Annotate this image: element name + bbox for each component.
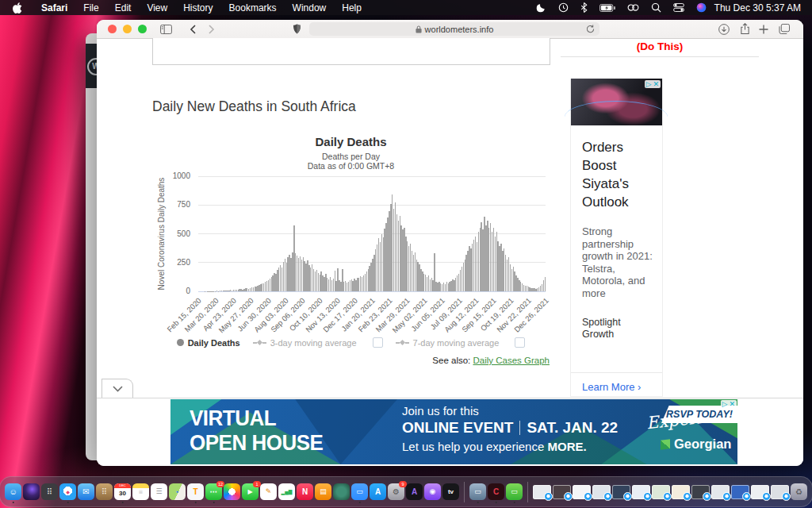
- new-tab-icon[interactable]: [754, 21, 773, 37]
- minimized-safari-window[interactable]: [691, 485, 710, 499]
- dock-icon-pages[interactable]: ✎: [260, 483, 277, 500]
- minimized-safari-window[interactable]: [573, 485, 591, 499]
- collapse-banner-button[interactable]: [102, 379, 133, 398]
- forward-button[interactable]: [202, 21, 221, 37]
- safari-badge-icon: [623, 492, 632, 501]
- menu-item-bookmarks[interactable]: Bookmarks: [221, 2, 285, 13]
- minimized-safari-window[interactable]: [751, 485, 769, 499]
- menu-item-help[interactable]: Help: [334, 2, 370, 13]
- moon-icon[interactable]: [536, 2, 546, 13]
- back-button[interactable]: [183, 21, 202, 37]
- reload-icon[interactable]: [586, 25, 595, 35]
- sidebar-ad-image[interactable]: ▷ ✕: [571, 79, 662, 125]
- dock-icon-news[interactable]: N: [297, 483, 313, 500]
- minimized-safari-window[interactable]: [632, 485, 650, 499]
- apple-menu-icon[interactable]: [13, 2, 22, 13]
- legend-checkbox[interactable]: [373, 337, 383, 348]
- calendar-glyph: 30: [119, 491, 126, 497]
- minimized-safari-window[interactable]: [553, 485, 571, 499]
- banner-ad[interactable]: VIRTUAL OPEN HOUSE Join us for this ONLI…: [170, 399, 737, 464]
- dock-icon-apple-tv[interactable]: tv: [442, 483, 459, 500]
- sidebar-icon[interactable]: [156, 21, 175, 37]
- dock-icon-teal-circle-app[interactable]: [333, 483, 350, 500]
- ad-close-icon[interactable]: ✕: [653, 80, 659, 88]
- dock-icon-podcasts[interactable]: ◉: [424, 483, 441, 500]
- dock: ☺⠿◆✉⠿DEC30≣☰●T⋯12▶1✎▂▅▇N▤▭A⚙9A◉tv▭C▭♻: [0, 476, 812, 507]
- zoom-glyph: ▭: [356, 488, 363, 495]
- menu-item-history[interactable]: History: [175, 2, 220, 13]
- menu-item-file[interactable]: File: [75, 2, 106, 13]
- ad-headline[interactable]: Orders Boost Siyata's Outlook: [582, 138, 654, 211]
- daily-cases-graph-link[interactable]: Daily Cases Graph: [473, 356, 550, 365]
- dock-icon-launchpad[interactable]: ⠿: [41, 483, 58, 500]
- dock-icon-tan-grid-app[interactable]: ⠿: [96, 483, 113, 500]
- dock-icon-calendar[interactable]: DEC30: [114, 483, 131, 500]
- menu-clock[interactable]: Thu Dec 30 5:37 AM: [714, 2, 801, 13]
- dock-icon-books[interactable]: ▤: [315, 483, 331, 500]
- dock-icon-numbers[interactable]: ▂▅▇: [278, 483, 295, 500]
- bluetooth-icon[interactable]: [580, 2, 588, 13]
- close-window-button[interactable]: [108, 25, 117, 33]
- minimized-safari-window[interactable]: [533, 485, 551, 499]
- chart-legend: Daily Deaths3-day moving average7-day mo…: [152, 337, 550, 348]
- dock-icon-purple-a-app[interactable]: A: [406, 483, 423, 500]
- safari-badge-icon: [663, 492, 672, 501]
- dock-icon-photos[interactable]: [224, 483, 240, 500]
- tab-overview-icon[interactable]: [775, 21, 794, 37]
- dock-icon-keynote[interactable]: T: [187, 483, 204, 500]
- dock-icon-zoom[interactable]: ▭: [351, 483, 368, 500]
- dock-icon-mail[interactable]: ✉: [78, 483, 94, 500]
- ad-body[interactable]: Strong partnership growth in 2021: Telst…: [582, 225, 654, 299]
- dock-icon-maps[interactable]: ●: [169, 483, 186, 500]
- adchoices-icon[interactable]: ▷: [646, 80, 652, 88]
- ad-close-icon[interactable]: ✕: [729, 400, 735, 408]
- minimized-safari-window[interactable]: [612, 485, 630, 499]
- menu-item-edit[interactable]: Edit: [107, 2, 140, 13]
- share-icon[interactable]: [735, 21, 754, 37]
- battery-icon[interactable]: [599, 4, 615, 12]
- siri-icon[interactable]: [696, 2, 707, 13]
- clock-icon[interactable]: [558, 2, 569, 13]
- dock-icon-app-store[interactable]: A: [370, 483, 386, 500]
- dock-icon-facetime[interactable]: ▶1: [242, 483, 259, 500]
- dock-icon-window-app[interactable]: ▭: [469, 483, 486, 500]
- adchoices-icon[interactable]: ▷: [722, 400, 728, 408]
- minimized-safari-window[interactable]: [731, 485, 749, 499]
- dock-icon-nebula-app[interactable]: [23, 483, 40, 500]
- minimized-safari-window[interactable]: [672, 485, 690, 499]
- legend-checkbox[interactable]: [515, 337, 525, 348]
- minimized-safari-window[interactable]: [771, 485, 789, 499]
- legend-item[interactable]: 3-day moving average: [253, 338, 357, 348]
- zoom-window-button[interactable]: [138, 25, 147, 33]
- series-marker-icon: [177, 339, 184, 346]
- dock-icon-red-c-app[interactable]: C: [488, 483, 504, 500]
- dock-icon-reminders[interactable]: ☰: [151, 483, 167, 500]
- legend-item[interactable]: Daily Deaths: [177, 338, 240, 348]
- dock-icon-finder[interactable]: ☺: [5, 483, 21, 500]
- dock-icon-gray-badge-app[interactable]: ⚙9: [388, 483, 404, 500]
- dock-icon-green-display-app[interactable]: ▭: [506, 483, 523, 500]
- minimized-safari-window[interactable]: [711, 485, 730, 499]
- control-center-icon[interactable]: [673, 3, 684, 12]
- banner-rsvp-button[interactable]: RSVP TODAY!: [661, 406, 737, 423]
- sidebar-ad[interactable]: ▷ ✕ Orders Boost Siyata's Outlook Strong…: [570, 79, 663, 397]
- menu-item-window[interactable]: Window: [285, 2, 335, 13]
- ad-learn-more-link[interactable]: Learn More ›: [582, 381, 641, 393]
- safari-glyph: ◆: [66, 490, 70, 495]
- dock-icon-messages[interactable]: ⋯12: [205, 483, 222, 500]
- link-icon[interactable]: [627, 3, 639, 12]
- privacy-shield-icon[interactable]: [287, 21, 306, 37]
- menu-item-safari[interactable]: Safari: [33, 2, 75, 13]
- minimized-safari-window[interactable]: [652, 485, 670, 499]
- dock-icon-safari[interactable]: ◆: [59, 483, 76, 500]
- dock-icon-notes[interactable]: ≣: [132, 483, 149, 500]
- minimized-safari-window[interactable]: [592, 485, 611, 499]
- downloads-icon[interactable]: [714, 21, 733, 37]
- address-bar[interactable]: worldometers.info: [309, 22, 599, 36]
- chart-data-note: Data as of 0:00 GMT+8: [152, 161, 550, 171]
- minimize-window-button[interactable]: [123, 25, 132, 33]
- dock-icon-trash[interactable]: ♻: [791, 483, 807, 500]
- legend-item[interactable]: 7-day moving average: [396, 338, 500, 348]
- search-icon[interactable]: [651, 2, 661, 13]
- menu-item-view[interactable]: View: [139, 2, 175, 13]
